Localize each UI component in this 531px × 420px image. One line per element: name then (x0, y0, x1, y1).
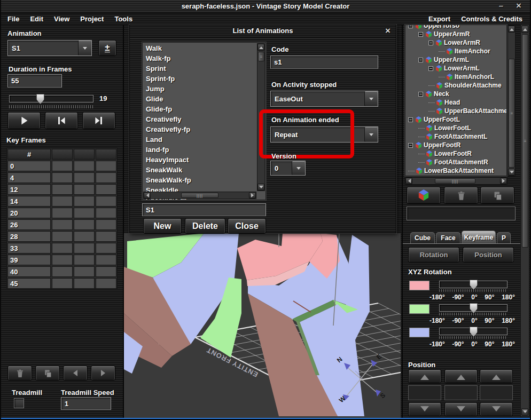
list-item[interactable]: Walk (143, 44, 257, 54)
rotation-slider[interactable] (439, 328, 507, 335)
collapse-icon[interactable]: − (418, 32, 423, 37)
new-button[interactable]: New (143, 218, 182, 234)
list-vscrollbar[interactable]: ≡ (257, 43, 265, 191)
keyframe-cell[interactable] (52, 266, 73, 277)
rotation-mode-button[interactable]: Rotation (408, 247, 459, 263)
list-item[interactable]: Creativefly-fp (143, 125, 257, 135)
menu-item-controls-credits[interactable]: Controls & Credits (456, 13, 528, 25)
tree-item[interactable]: −UpperArmL (407, 56, 506, 64)
tree-item[interactable]: FootAttachmentL (407, 132, 506, 141)
list-item[interactable]: Sprint (143, 64, 257, 74)
keyframe-cell[interactable] (74, 161, 95, 171)
menu-item-file[interactable]: File (2, 13, 25, 25)
position-down-button[interactable] (408, 402, 441, 416)
keyframe-cell[interactable] (52, 196, 73, 207)
table-row[interactable]: 40 (7, 266, 116, 277)
tab-keyframe[interactable]: Keyframe (462, 231, 496, 243)
keyframe-cell[interactable] (52, 184, 73, 195)
next-keyframe-button[interactable] (91, 366, 115, 381)
keyframe-number[interactable]: 12 (7, 184, 51, 195)
keyframe-cell[interactable] (52, 243, 73, 253)
position-down-button[interactable] (444, 402, 478, 416)
keyframe-cell[interactable] (74, 278, 95, 289)
tree-item[interactable]: −UpperFootR (407, 141, 506, 149)
keyframe-cell[interactable] (74, 172, 95, 183)
menu-item-project[interactable]: Project (75, 13, 109, 25)
rotation-slider-thumb[interactable] (470, 280, 478, 290)
dialog-close-icon[interactable]: × (385, 26, 391, 36)
tree-item[interactable]: Head (407, 98, 506, 107)
keyframe-cell[interactable] (74, 255, 95, 265)
tree-item[interactable]: ItemAnchor (407, 47, 506, 56)
prev-keyframe-button[interactable] (63, 366, 88, 381)
keyframe-cell[interactable] (74, 231, 95, 242)
tab-cube[interactable]: Cube (410, 232, 435, 243)
element-name-input[interactable] (407, 207, 516, 220)
keyframe-cell[interactable] (52, 161, 73, 171)
list-item[interactable]: Jump (143, 84, 257, 94)
skip-end-button[interactable] (82, 112, 115, 129)
minimize-button[interactable]: – (499, 1, 503, 10)
table-row[interactable]: 45 (7, 278, 116, 289)
version-select[interactable]: 0 (270, 161, 306, 176)
keyframe-cell[interactable] (96, 278, 116, 289)
list-item[interactable]: HeavyImpact (143, 155, 257, 165)
position-mode-button[interactable]: Position (463, 247, 514, 263)
keyframe-cell[interactable] (96, 196, 116, 207)
list-item[interactable]: Glide (143, 94, 257, 105)
frame-slider-thumb[interactable] (36, 94, 44, 104)
rotation-slider[interactable] (439, 281, 507, 288)
list-item[interactable]: Walk-fp (143, 54, 257, 64)
keyframe-number[interactable]: 0 (7, 161, 51, 171)
rotation-slider[interactable] (439, 304, 507, 312)
menu-item-edit[interactable]: Edit (25, 13, 49, 25)
dialog-titlebar[interactable]: List of Animations × (130, 25, 396, 38)
table-row[interactable]: 39 (7, 255, 116, 265)
collapse-icon[interactable]: − (428, 41, 433, 45)
keyframe-number[interactable]: 28 (7, 231, 51, 242)
keyframe-cell[interactable] (74, 184, 95, 195)
tree-hscrollbar[interactable]: |||| (405, 177, 507, 185)
tab-p[interactable]: P (497, 232, 511, 243)
tree-item[interactable]: UpperBackAttachmen (407, 107, 506, 115)
tree-item[interactable]: −UpperTorso (407, 25, 506, 30)
keyframe-cell[interactable] (96, 208, 116, 218)
animation-ended-select[interactable]: Repeat (270, 126, 378, 142)
delete-element-button[interactable] (444, 187, 478, 204)
menu-item-tools[interactable]: Tools (109, 13, 138, 25)
keyframe-cell[interactable] (96, 172, 116, 183)
tree-item[interactable]: ItemAnchorL (407, 73, 506, 81)
tree-item[interactable]: −LowerArmR (407, 38, 506, 47)
viewport-3d[interactable]: ENTITY FRONT N E S W (124, 233, 401, 418)
keyframe-cell[interactable] (96, 255, 116, 265)
rotation-slider-thumb[interactable] (470, 303, 478, 313)
table-row[interactable]: 28 (7, 231, 116, 242)
rotation-slider-thumb[interactable] (470, 327, 478, 337)
collapse-icon[interactable]: − (418, 58, 423, 62)
copy-element-button[interactable] (480, 187, 514, 204)
table-row[interactable]: 0 (7, 161, 116, 171)
tree-item[interactable]: −UpperFootL (407, 115, 506, 124)
keyframe-number[interactable]: 20 (7, 208, 51, 218)
panel-vscrollbar[interactable]: ≡ (520, 25, 529, 417)
chevron-down-icon[interactable] (364, 91, 378, 106)
tree-item[interactable]: −LowerArmL (407, 64, 506, 73)
keyframe-cell[interactable] (74, 208, 95, 218)
keyframe-cell[interactable] (52, 172, 73, 183)
tab-face[interactable]: Face (436, 232, 460, 243)
menu-item-export[interactable]: Export (423, 13, 456, 25)
delete-button[interactable]: Delete (185, 218, 225, 234)
element-tree[interactable]: −UpperTorso−UpperArmR−LowerArmRItemAncho… (405, 25, 507, 176)
position-value[interactable] (444, 385, 478, 400)
position-down-button[interactable] (480, 402, 513, 416)
keyframe-number[interactable]: 26 (7, 219, 51, 230)
position-value[interactable] (408, 385, 441, 400)
keyframe-number[interactable]: 14 (7, 196, 51, 207)
list-item[interactable]: Land (143, 135, 257, 145)
position-up-button[interactable] (408, 369, 441, 383)
list-item[interactable]: SneakWalk-fp (143, 176, 257, 186)
collapse-icon[interactable]: − (428, 66, 433, 71)
position-up-button[interactable] (444, 369, 478, 383)
keyframe-cell[interactable] (96, 243, 116, 253)
treadmill-speed-input[interactable]: 1 (61, 397, 111, 410)
